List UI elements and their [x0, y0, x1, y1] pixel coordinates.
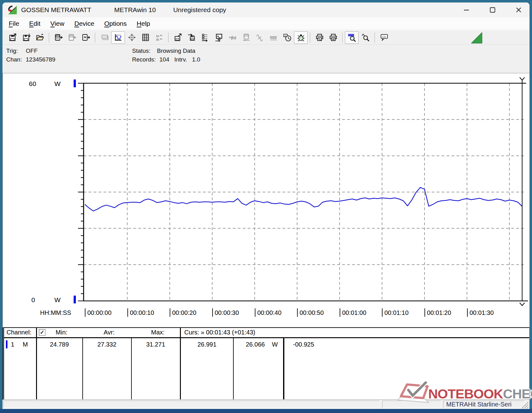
formula-button[interactable]: =f(x): [226, 31, 239, 44]
toolbar-separator: [310, 33, 310, 43]
menu-edit[interactable]: Edit: [25, 19, 44, 29]
menu-help[interactable]: Help: [133, 19, 154, 29]
crosshair-icon: [128, 33, 136, 42]
device-write-button: 321: [65, 31, 79, 44]
crosshair-button[interactable]: [125, 31, 139, 44]
records-value: 104: [159, 56, 169, 63]
title-app: METRAwin 10: [114, 6, 156, 14]
device-read-icon: 321: [54, 33, 63, 42]
power-trace-line: [85, 188, 522, 211]
channel-mode: M: [23, 341, 28, 348]
app-logo-icon: [8, 6, 17, 14]
chart-view-icon: [114, 33, 122, 42]
pulse-icon: [269, 33, 278, 42]
close-button[interactable]: [513, 5, 524, 15]
x-tick-label: 00:00:30: [212, 308, 239, 317]
table-header-max: Max:: [151, 329, 164, 336]
y-min-label: 0: [31, 296, 35, 304]
bug-button[interactable]: [294, 31, 308, 44]
comment-icon: 123: [380, 33, 388, 42]
x-tick-label: 00:01:20: [424, 308, 451, 317]
maximize-button[interactable]: [487, 5, 498, 15]
chart-plot[interactable]: [3, 73, 529, 326]
menu-device[interactable]: Device: [71, 19, 98, 29]
expand-triangle-icon[interactable]: [471, 32, 482, 43]
export-data-icon: [174, 33, 182, 42]
minimize-button[interactable]: [461, 5, 472, 15]
histogram-button: [152, 31, 166, 44]
trig-value: OFF: [26, 48, 38, 54]
svg-text:M: M: [84, 36, 86, 39]
x-tick-label: 00:00:00: [85, 308, 112, 317]
interval-label: Intrv.: [174, 56, 187, 63]
print-preview-button[interactable]: [313, 31, 326, 44]
data-table-button[interactable]: [139, 31, 152, 44]
save-button[interactable]: [19, 31, 33, 44]
status-label: Status:: [132, 48, 150, 54]
interval-value: 1.0: [192, 56, 200, 63]
value-unit: W: [272, 341, 278, 348]
device-settings-button: [239, 31, 253, 44]
open-folder-button[interactable]: [33, 31, 47, 44]
value-min: 24.789: [50, 341, 69, 348]
clock-button[interactable]: 12: [280, 31, 294, 44]
toolbar: 321321M1257=f(x)12123: [2, 30, 530, 45]
menu-options[interactable]: Options: [100, 19, 130, 29]
chart-view-button[interactable]: [111, 31, 125, 44]
resize-grip[interactable]: [520, 400, 529, 409]
toolbar-separator: [342, 33, 343, 43]
save-icon: [22, 33, 30, 42]
chan-label: Chan:: [6, 56, 22, 63]
zoom-in-button[interactable]: [345, 31, 359, 44]
time-cursor[interactable]: [520, 77, 525, 306]
histogram-icon: [155, 33, 163, 42]
merge-data-icon: [187, 33, 196, 42]
device-name-text: METRAHit Starline-Seri: [443, 401, 525, 408]
sine-button: [253, 31, 267, 44]
svg-text:123: 123: [382, 36, 386, 38]
chart-panel: 60 W 0 W HH:MM:SS 00:00:0000:00:1000:00:…: [2, 73, 530, 327]
bug-icon: [297, 33, 305, 42]
save-export-button[interactable]: [6, 31, 19, 44]
y-min-channel-marker[interactable]: [74, 296, 76, 303]
close-icon: [516, 7, 521, 13]
channel-list-icon: [201, 33, 209, 42]
status-bar: METRAHit Starline-Seri: [2, 400, 530, 409]
channel-visibility-checkbox[interactable]: ✓: [39, 329, 45, 336]
x-axis-format-label: HH:MM:SS: [40, 308, 71, 316]
trig-label: Trig:: [6, 48, 18, 54]
x-tick-label: 00:00:10: [127, 308, 154, 317]
zoom-out-button[interactable]: [359, 31, 372, 44]
y-max-channel-marker[interactable]: [74, 79, 76, 87]
print-preview-icon: [315, 33, 324, 42]
print-button[interactable]: [326, 31, 340, 44]
save-export-icon: [8, 33, 17, 42]
value-cursor-2: 26.066: [246, 341, 265, 348]
menu-file[interactable]: File: [5, 19, 23, 29]
merge-data-button[interactable]: [185, 31, 198, 44]
memory-read-button[interactable]: M: [79, 31, 93, 44]
open-folder-icon: [36, 33, 44, 42]
device-read-button[interactable]: 321: [52, 31, 65, 44]
status-cell-mid: [382, 401, 441, 408]
zoom-out-icon: [361, 33, 370, 42]
export-data-button[interactable]: [171, 31, 185, 44]
status-value: Browsing Data: [157, 48, 195, 54]
menu-view[interactable]: View: [47, 19, 68, 29]
value-avr: 27.332: [97, 341, 116, 348]
title-brand: GOSSEN METRAWATT: [21, 6, 91, 14]
print-icon: [329, 33, 337, 42]
monitor-button[interactable]: [212, 31, 226, 44]
channel-list-button[interactable]: [198, 31, 212, 44]
comment-button[interactable]: 123: [377, 31, 391, 44]
svg-text:1257: 1257: [103, 36, 107, 38]
maximize-icon: [490, 7, 495, 13]
device-settings-icon: [242, 33, 250, 42]
minimize-icon: [464, 7, 469, 13]
svg-text:321: 321: [56, 36, 59, 37]
x-tick-label: 00:01:00: [340, 308, 366, 317]
svg-text:=f(x): =f(x): [229, 36, 236, 40]
device-write-icon: 321: [68, 33, 76, 42]
title-bar: GOSSEN METRAWATT METRAwin 10 Unregistere…: [2, 2, 530, 17]
memory-read-icon: M: [82, 33, 90, 42]
